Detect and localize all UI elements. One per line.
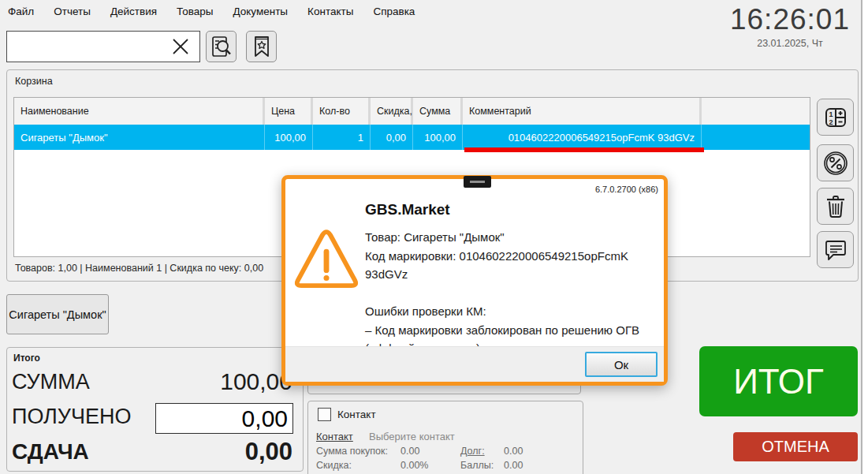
col-sum[interactable]: Сумма bbox=[413, 98, 463, 125]
debt-value: 0.00 bbox=[504, 446, 523, 457]
marking-error-dialog: 6.7.0.2700 (x86) GBS.Market Товар: Сигар… bbox=[281, 175, 668, 386]
purchases-label: Сумма покупок: bbox=[316, 446, 388, 457]
favorites-button[interactable] bbox=[246, 31, 277, 62]
col-price[interactable]: Цена bbox=[265, 98, 313, 125]
cancel-button[interactable]: ОТМЕНА bbox=[733, 432, 858, 461]
advanced-search-button[interactable] bbox=[206, 31, 237, 62]
list-magnifier-icon bbox=[210, 35, 233, 58]
received-input[interactable] bbox=[155, 403, 293, 434]
calculator-plus-minus-icon: 1 2 bbox=[823, 105, 848, 130]
received-label: ПОЛУЧЕНО bbox=[12, 405, 131, 429]
menu-reports[interactable]: Отчеты bbox=[54, 6, 91, 17]
discount-button[interactable] bbox=[817, 144, 854, 181]
cell-price: 100,00 bbox=[265, 125, 313, 150]
discount-value: 0.00% bbox=[400, 460, 428, 471]
contact-checkbox-label: Контакт bbox=[337, 409, 376, 420]
purchases-value: 0.00 bbox=[400, 446, 419, 457]
menu-contacts[interactable]: Контакты bbox=[307, 6, 353, 17]
cart-table-header: Наименование Цена Кол-во Скидка, Сумма К… bbox=[14, 98, 810, 125]
discount-label: Скидка: bbox=[316, 460, 352, 471]
points-label: Баллы: bbox=[460, 460, 494, 471]
quick-item-button[interactable]: Сигареты "Дымок" bbox=[6, 294, 109, 334]
menu-file[interactable]: Файл bbox=[8, 6, 34, 17]
totals-panel: Итого СУММА 100,00 ПОЛУЧЕНО СДАЧА 0,00 bbox=[6, 347, 304, 472]
menu-help[interactable]: Справка bbox=[373, 6, 415, 17]
dialog-drag-handle[interactable] bbox=[464, 176, 491, 188]
change-value: 0,00 bbox=[245, 438, 292, 466]
col-comment[interactable]: Комментарий bbox=[463, 98, 702, 125]
total-button[interactable]: ИТОГ bbox=[699, 346, 858, 416]
warning-triangle-icon bbox=[294, 228, 359, 294]
sum-label: СУММА bbox=[12, 370, 90, 394]
contact-placeholder: Выберите контакт bbox=[369, 431, 455, 442]
dialog-title: GBS.Market bbox=[365, 201, 450, 218]
menu-products[interactable]: Товары bbox=[177, 6, 213, 17]
window-right-edge bbox=[861, 0, 868, 474]
cell-sum: 100,00 bbox=[413, 125, 463, 150]
cell-comment: 0104602220006549215opFcmK 93dGVz bbox=[463, 125, 702, 150]
dialog-footer: Ок bbox=[285, 346, 664, 382]
clear-search-button[interactable] bbox=[169, 35, 192, 58]
x-cross-icon bbox=[171, 37, 190, 56]
svg-text:1: 1 bbox=[829, 110, 833, 118]
dialog-message: Товар: Сигареты "Дымок" Код маркировки: … bbox=[365, 228, 657, 358]
col-qty[interactable]: Кол-во bbox=[313, 98, 371, 125]
trash-icon bbox=[824, 194, 848, 219]
pos-window: Файл Отчеты Действия Товары Документы Ко… bbox=[0, 0, 868, 474]
quantity-button[interactable]: 1 2 bbox=[817, 99, 854, 136]
bookmark-star-icon bbox=[251, 35, 273, 58]
contact-panel: Контакт Контакт Выберите контакт Сумма п… bbox=[307, 401, 583, 474]
menu-bar: Файл Отчеты Действия Товары Документы Ко… bbox=[8, 6, 415, 17]
cell-name: Сигареты "Дымок" bbox=[14, 125, 265, 150]
svg-text:2: 2 bbox=[829, 118, 833, 125]
contact-checkbox[interactable] bbox=[318, 408, 331, 421]
cell-empty bbox=[702, 125, 810, 150]
cell-discount: 0,00 bbox=[371, 125, 413, 150]
cell-qty: 1 bbox=[313, 125, 371, 150]
percent-circle-icon bbox=[822, 150, 849, 177]
ok-button[interactable]: Ок bbox=[585, 352, 658, 377]
col-name[interactable]: Наименование bbox=[14, 98, 265, 125]
cart-status-line: Товаров: 1,00 | Наименований 1 | Скидка … bbox=[15, 263, 263, 274]
table-row[interactable]: Сигареты "Дымок" 100,00 1 0,00 100,00 01… bbox=[14, 125, 810, 150]
menu-actions[interactable]: Действия bbox=[110, 6, 157, 17]
comment-button[interactable] bbox=[817, 231, 854, 268]
contact-link[interactable]: Контакт bbox=[316, 431, 353, 442]
cart-title: Корзина bbox=[15, 76, 53, 87]
col-discount[interactable]: Скидка, bbox=[371, 98, 413, 125]
debt-label[interactable]: Долг: bbox=[460, 446, 485, 457]
speech-bubble-icon bbox=[823, 237, 848, 263]
totals-title: Итого bbox=[13, 353, 40, 364]
clock-date: 23.01.2025, Чт bbox=[730, 38, 850, 49]
col-empty bbox=[702, 98, 810, 125]
clock: 16:26:01 23.01.2025, Чт bbox=[730, 3, 850, 49]
delete-item-button[interactable] bbox=[817, 188, 854, 225]
clock-time: 16:26:01 bbox=[730, 3, 850, 37]
marking-error-underline bbox=[464, 147, 704, 152]
app-version: 6.7.0.2700 (x86) bbox=[595, 185, 658, 194]
points-value: 0.00 bbox=[504, 460, 523, 471]
menu-documents[interactable]: Документы bbox=[233, 6, 288, 17]
change-label: СДАЧА bbox=[12, 439, 89, 465]
